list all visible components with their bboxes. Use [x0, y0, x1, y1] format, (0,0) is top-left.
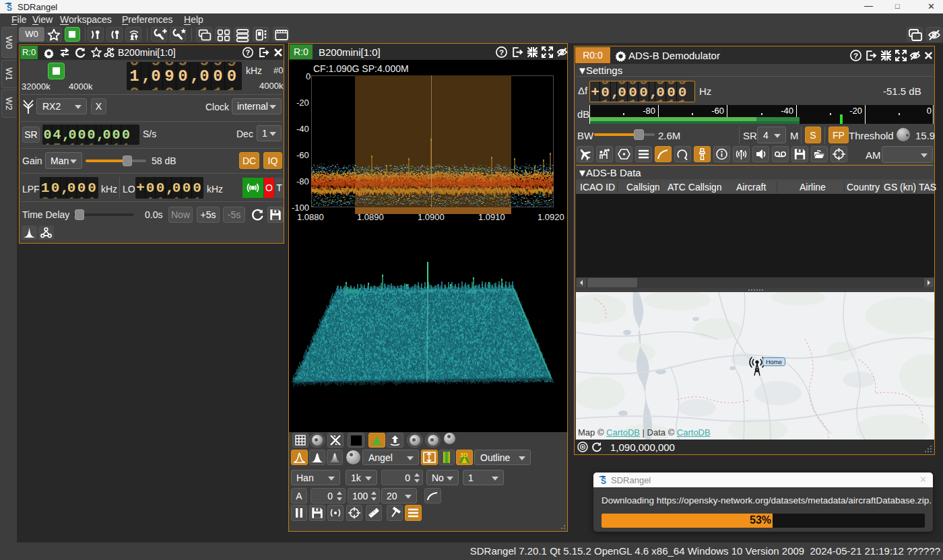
- svg-text:3D: 3D: [460, 452, 468, 458]
- svg-text:?: ?: [246, 48, 251, 57]
- svg-text:S: S: [7, 3, 12, 12]
- svg-text:?: ?: [499, 48, 504, 57]
- svg-text:?: ?: [853, 51, 858, 60]
- svg-text:S: S: [601, 477, 606, 485]
